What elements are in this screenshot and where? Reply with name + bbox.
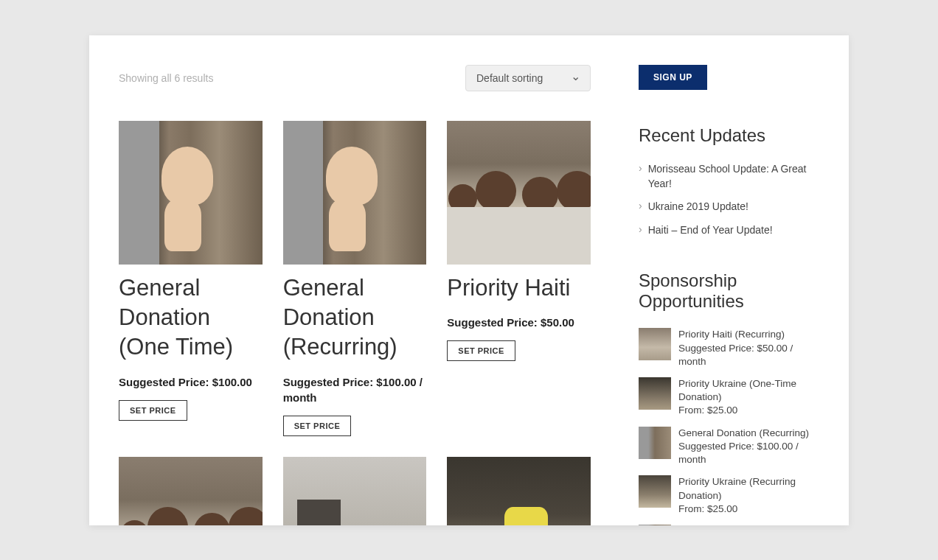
- sponsorship-price: From: $25.00: [678, 503, 819, 516]
- list-item: Ukraine 2019 Update!: [639, 200, 819, 214]
- sponsorship-title[interactable]: Priority Haiti (Recurring): [678, 328, 819, 341]
- sponsorship-item[interactable]: Priority Ukraine (Recurring Donation)Fro…: [639, 475, 819, 516]
- product-image[interactable]: [119, 457, 263, 525]
- product-card[interactable]: General Donation (Recurring)Suggested Pr…: [283, 121, 427, 436]
- sponsorship-thumbnail[interactable]: [639, 328, 671, 360]
- sponsorship-item[interactable]: General Donation (Recurring)Suggested Pr…: [639, 427, 819, 467]
- sponsorship-info: General Donation (One Time)Suggested Pri…: [678, 525, 819, 525]
- sponsorship-price: Suggested Price: $100.00 / month: [678, 440, 819, 466]
- sponsorship-info: Priority Haiti (Recurring)Suggested Pric…: [678, 328, 819, 368]
- product-card[interactable]: [119, 457, 263, 525]
- list-item: Haiti – End of Year Update!: [639, 223, 819, 238]
- set-price-button[interactable]: SET PRICE: [119, 400, 187, 421]
- product-card[interactable]: [283, 457, 427, 525]
- sponsorship-price: Suggested Price: $50.00 / month: [678, 342, 819, 368]
- products-grid: General Donation (One Time)Suggested Pri…: [119, 121, 591, 525]
- sponsorship-item[interactable]: General Donation (One Time)Suggested Pri…: [639, 525, 819, 525]
- top-row: Showing all 6 results Default sorting: [119, 65, 591, 91]
- signup-button[interactable]: SIGN UP: [639, 65, 707, 90]
- product-image[interactable]: [119, 121, 263, 265]
- sponsorship-thumbnail[interactable]: [639, 475, 671, 508]
- product-title[interactable]: General Donation (One Time): [119, 273, 263, 363]
- product-price: Suggested Price: $100.00 / month: [283, 374, 427, 405]
- sponsorship-item[interactable]: Priority Haiti (Recurring)Suggested Pric…: [639, 328, 819, 368]
- product-image[interactable]: [447, 121, 591, 265]
- update-link[interactable]: Ukraine 2019 Update!: [648, 200, 748, 214]
- sponsorship-title[interactable]: Priority Ukraine (Recurring Donation): [678, 475, 819, 502]
- set-price-button[interactable]: SET PRICE: [447, 340, 515, 361]
- update-link[interactable]: Haiti – End of Year Update!: [648, 223, 773, 238]
- recent-updates-list: Morisseau School Update: A Great Year!Uk…: [639, 162, 819, 237]
- product-title[interactable]: Priority Haiti: [447, 273, 591, 303]
- sponsorship-price: From: $25.00: [678, 404, 819, 417]
- sponsorship-thumbnail[interactable]: [639, 377, 671, 410]
- product-title[interactable]: General Donation (Recurring): [283, 273, 427, 363]
- sponsorship-thumbnail[interactable]: [639, 427, 671, 459]
- product-card[interactable]: General Donation (One Time)Suggested Pri…: [119, 121, 263, 436]
- main-content: Showing all 6 results Default sorting Ge…: [119, 65, 591, 525]
- sponsorship-heading: Sponsorship Opportunities: [639, 270, 819, 312]
- sponsorship-title[interactable]: Priority Ukraine (One-Time Donation): [678, 377, 819, 404]
- sponsorship-list: Priority Haiti (Recurring)Suggested Pric…: [639, 328, 819, 525]
- product-price: Suggested Price: $100.00: [119, 374, 263, 390]
- page-container: Showing all 6 results Default sorting Ge…: [89, 35, 849, 525]
- sponsorship-info: Priority Ukraine (One-Time Donation)From…: [678, 377, 819, 418]
- content-wrapper: Showing all 6 results Default sorting Ge…: [119, 65, 819, 525]
- set-price-button[interactable]: SET PRICE: [283, 416, 352, 436]
- sponsorship-thumbnail[interactable]: [639, 525, 671, 525]
- sponsorship-title[interactable]: General Donation (Recurring): [678, 427, 819, 440]
- product-image[interactable]: [283, 457, 427, 525]
- list-item: Morisseau School Update: A Great Year!: [639, 162, 819, 191]
- sidebar: SIGN UP Recent Updates Morisseau School …: [639, 65, 819, 525]
- sponsorship-item[interactable]: Priority Ukraine (One-Time Donation)From…: [639, 377, 819, 418]
- sort-select-wrapper: Default sorting: [465, 65, 591, 91]
- sponsorship-info: General Donation (Recurring)Suggested Pr…: [678, 427, 819, 467]
- product-image[interactable]: [283, 121, 427, 265]
- product-card[interactable]: [447, 457, 591, 525]
- product-image[interactable]: [447, 457, 591, 525]
- sort-dropdown[interactable]: Default sorting: [465, 65, 591, 91]
- sponsorship-info: Priority Ukraine (Recurring Donation)Fro…: [678, 475, 819, 516]
- product-card[interactable]: Priority HaitiSuggested Price: $50.00SET…: [447, 121, 591, 436]
- update-link[interactable]: Morisseau School Update: A Great Year!: [648, 162, 819, 191]
- result-count: Showing all 6 results: [119, 72, 213, 84]
- product-price: Suggested Price: $50.00: [447, 315, 591, 330]
- recent-updates-heading: Recent Updates: [639, 125, 819, 146]
- sponsorship-title[interactable]: General Donation (One Time): [678, 525, 819, 525]
